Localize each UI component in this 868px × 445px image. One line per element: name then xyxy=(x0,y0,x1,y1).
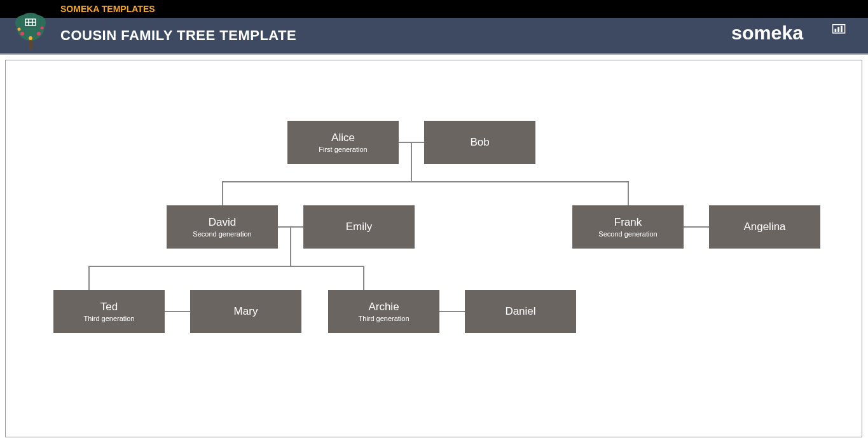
connector xyxy=(411,142,412,181)
tree-icon xyxy=(11,5,50,51)
svg-rect-15 xyxy=(834,29,836,32)
node-name: Ted xyxy=(100,301,118,313)
node-name: Daniel xyxy=(505,305,535,318)
node-name: Angelina xyxy=(743,221,785,233)
top-bar: SOMEKA TEMPLATES xyxy=(0,0,868,18)
brand-logo: someka xyxy=(728,21,855,50)
svg-point-8 xyxy=(20,32,24,36)
node-alice[interactable]: Alice First generation xyxy=(287,121,399,164)
connector xyxy=(363,266,364,290)
node-ted[interactable]: Ted Third generation xyxy=(53,290,165,333)
node-sub: Third generation xyxy=(358,315,409,322)
node-name: David xyxy=(209,216,236,229)
node-sub: Second generation xyxy=(598,230,657,238)
node-name: Emily xyxy=(346,221,373,233)
node-name: Archie xyxy=(368,301,399,313)
node-angelina[interactable]: Angelina xyxy=(709,205,820,249)
connector xyxy=(165,311,190,312)
node-mary[interactable]: Mary xyxy=(190,290,301,333)
diagram-canvas[interactable]: Alice First generation Bob David Second … xyxy=(5,60,862,437)
connector xyxy=(222,181,629,182)
connector xyxy=(222,181,223,205)
page-title: COUSIN FAMILY TREE TEMPLATE xyxy=(60,27,296,44)
node-sub: Third generation xyxy=(83,315,134,322)
top-bar-label: SOMEKA TEMPLATES xyxy=(60,4,155,14)
svg-point-10 xyxy=(29,36,32,40)
svg-point-12 xyxy=(41,27,44,30)
connector xyxy=(290,226,291,266)
node-name: Alice xyxy=(331,132,355,144)
connector xyxy=(88,266,364,267)
svg-rect-16 xyxy=(837,27,839,32)
svg-point-11 xyxy=(18,28,21,31)
node-name: Frank xyxy=(614,216,642,229)
svg-point-9 xyxy=(37,32,41,36)
node-frank[interactable]: Frank Second generation xyxy=(572,205,684,249)
node-name: Bob xyxy=(470,136,489,149)
node-name: Mary xyxy=(234,305,258,318)
node-daniel[interactable]: Daniel xyxy=(465,290,576,333)
node-emily[interactable]: Emily xyxy=(303,205,415,249)
connector xyxy=(439,311,465,312)
node-bob[interactable]: Bob xyxy=(424,121,535,164)
connector xyxy=(88,266,90,290)
connector xyxy=(628,181,629,205)
header: COUSIN FAMILY TREE TEMPLATE someka xyxy=(0,18,868,55)
svg-text:someka: someka xyxy=(731,22,804,43)
node-sub: First generation xyxy=(319,146,367,153)
connector xyxy=(684,226,709,228)
node-david[interactable]: David Second generation xyxy=(167,205,278,249)
node-archie[interactable]: Archie Third generation xyxy=(328,290,439,333)
node-sub: Second generation xyxy=(193,230,251,238)
svg-rect-17 xyxy=(841,26,843,32)
